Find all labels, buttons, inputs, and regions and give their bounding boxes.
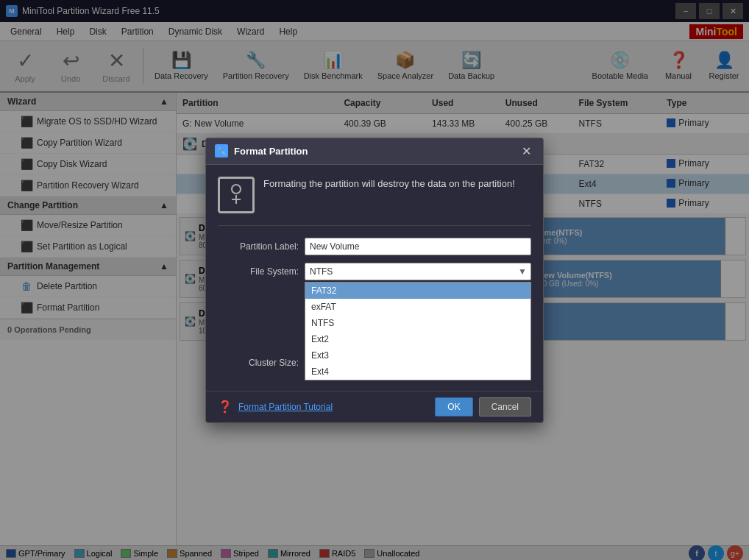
partition-label-field: Partition Label: — [218, 238, 531, 255]
dialog-warning-text: Formating the partition will destroy the… — [263, 177, 515, 191]
cancel-button[interactable]: Cancel — [479, 397, 531, 417]
dialog-close-button[interactable]: ✕ — [519, 144, 534, 158]
file-system-input[interactable] — [305, 263, 531, 280]
option-fat32[interactable]: FAT32 — [305, 283, 530, 299]
question-icon: ❓ — [218, 400, 232, 414]
dialog-title-content: 🔧 Format Partition — [215, 144, 308, 157]
dialog-warning: Formating the partition will destroy the… — [218, 177, 531, 226]
dialog-warning-icon — [218, 177, 255, 213]
svg-point-0 — [232, 185, 241, 194]
option-ext2[interactable]: Ext2 — [305, 331, 530, 347]
dialog-title-text: Format Partition — [234, 146, 308, 157]
option-ntfs[interactable]: NTFS — [305, 315, 530, 331]
dialog-title-icon: 🔧 — [215, 144, 228, 157]
ok-button[interactable]: OK — [435, 397, 472, 417]
file-system-field: File System: ▼ FAT32 exFAT NTFS Ext2 Ext… — [218, 263, 531, 280]
dialog-buttons: OK Cancel — [435, 397, 531, 417]
tutorial-link[interactable]: Format Partition Tutorial — [238, 402, 333, 412]
dialog-body: Formating the partition will destroy the… — [206, 165, 543, 391]
file-system-label: File System: — [218, 266, 299, 277]
cluster-size-label: Cluster Size: — [218, 358, 299, 368]
partition-label-text: Partition Label: — [218, 241, 299, 252]
file-system-dropdown: FAT32 exFAT NTFS Ext2 Ext3 Ext4 — [305, 282, 531, 380]
dialog-overlay: 🔧 Format Partition ✕ Formating the parti… — [0, 0, 749, 560]
option-exfat[interactable]: exFAT — [305, 299, 530, 315]
format-partition-dialog: 🔧 Format Partition ✕ Formating the parti… — [205, 138, 544, 423]
partition-label-input[interactable] — [305, 238, 531, 255]
file-system-select-container: ▼ FAT32 exFAT NTFS Ext2 Ext3 Ext4 — [305, 263, 531, 280]
dialog-footer: ❓ Format Partition Tutorial OK Cancel — [206, 391, 543, 422]
dialog-title: 🔧 Format Partition ✕ — [206, 138, 543, 165]
option-ext3[interactable]: Ext3 — [305, 347, 530, 364]
option-ext4[interactable]: Ext4 — [305, 364, 530, 380]
